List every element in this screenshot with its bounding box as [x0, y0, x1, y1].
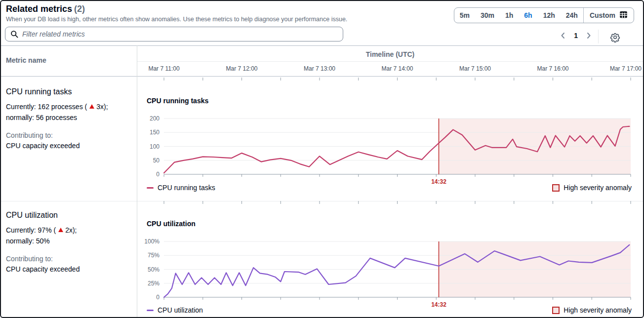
y-axis-label: 75%	[148, 252, 160, 259]
next-page-button[interactable]	[584, 31, 594, 40]
metric-name: CPU utilization	[6, 211, 136, 220]
chart-canvas: 05010015020014:32	[137, 78, 644, 201]
filter-field	[5, 27, 343, 41]
metric-count: (2)	[74, 4, 85, 14]
page-title: Related metrics(2)	[6, 4, 85, 14]
timeline-tick-label: Mar 7 15:00	[459, 65, 491, 72]
timeline-header-border	[137, 61, 644, 62]
timeline-tick-label: Mar 7 13:00	[304, 65, 335, 72]
time-range-option-12h[interactable]: 12h	[538, 8, 561, 23]
table-header-border	[1, 76, 643, 77]
y-axis-label: 25%	[148, 280, 160, 287]
timeline-tick-label: Mar 7 14:00	[381, 65, 413, 72]
y-axis-label: 0	[156, 171, 160, 178]
y-axis-label: 50%	[148, 266, 160, 273]
metric-row-cpu-utilization: CPU utilization Currently: 97% (2x); nor…	[1, 201, 136, 275]
related-metrics-panel: Related metrics(2) When your DB load is …	[0, 0, 644, 318]
page-number-button[interactable]: 1	[573, 31, 579, 40]
anomaly-time-label: 14:32	[431, 301, 446, 308]
anomaly-swatch	[552, 307, 560, 314]
toolbar-divider	[598, 30, 599, 43]
metric-name-column-header: Metric name	[6, 56, 46, 64]
custom-range-button[interactable]: Custom	[584, 8, 634, 23]
chart-title: CPU running tasks	[147, 97, 208, 105]
page-title-text: Related metrics	[6, 4, 72, 14]
time-range-option-6h[interactable]: 6h	[519, 8, 537, 23]
metric-row-cpu-running-tasks: CPU running tasks Currently: 162 process…	[1, 78, 136, 151]
anomaly-legend[interactable]: High severity anomaly	[552, 184, 632, 192]
chart-title: CPU utilization	[147, 220, 196, 228]
current-page: 1	[574, 32, 578, 40]
previous-page-button[interactable]	[558, 31, 568, 40]
contributing-label: Contributing to:	[6, 254, 136, 264]
y-axis-label: 100	[150, 143, 160, 150]
contributing-value: CPU capacity exceeded	[6, 264, 136, 275]
legend-line-swatch	[147, 310, 154, 311]
timeline-column-header: Timeline (UTC)	[137, 50, 643, 58]
legend-label: CPU running tasks	[158, 184, 215, 192]
table-top-border	[1, 45, 643, 46]
chevron-left-icon	[559, 32, 567, 40]
y-axis-label: 150	[150, 129, 160, 136]
timeline-tick-label: Mar 7 17:00	[610, 65, 642, 72]
metric-normal-value: normally: 56 processes	[6, 112, 136, 123]
legend-line-swatch	[147, 187, 154, 189]
time-range-option-5m[interactable]: 5m	[454, 8, 475, 23]
timeline-tick-label: Mar 7 12:00	[226, 65, 257, 72]
metric-current-value: Currently: 162 processes (3x);	[6, 101, 136, 112]
pagination: 1	[558, 31, 594, 40]
metric-normal-value: normally: 50%	[6, 236, 136, 246]
time-range-option-30m[interactable]: 30m	[475, 8, 500, 23]
legend-label: CPU utilization	[158, 306, 203, 314]
chart-canvas: 025%50%75%100%14:32	[137, 201, 644, 318]
metric-name: CPU running tasks	[6, 87, 136, 96]
gear-icon	[610, 32, 620, 42]
calendar-icon	[619, 10, 628, 20]
anomaly-swatch	[552, 184, 560, 192]
anomaly-time-label: 14:32	[431, 178, 446, 185]
page-description: When your DB load is high, other metrics…	[6, 16, 347, 23]
custom-range-label: Custom	[590, 11, 615, 19]
anomaly-legend[interactable]: High severity anomaly	[552, 306, 632, 314]
time-range-option-1h[interactable]: 1h	[500, 8, 519, 23]
contributing-value: CPU capacity exceeded	[6, 141, 136, 151]
search-icon	[10, 30, 18, 38]
settings-button[interactable]	[609, 31, 621, 45]
time-range-group: 5m30m1h6h12h24h Custom	[454, 7, 634, 23]
filter-input[interactable]	[21, 30, 343, 39]
y-axis-label: 100%	[144, 238, 160, 245]
chart-cpu-utilization: 025%50%75%100%14:32CPU utilizationCPU ut…	[137, 201, 644, 318]
increase-triangle-icon	[58, 228, 63, 232]
y-axis-label: 0	[156, 294, 160, 301]
series-legend[interactable]: CPU utilization	[147, 306, 203, 314]
increase-triangle-icon	[89, 104, 94, 109]
y-axis-label: 200	[150, 115, 160, 122]
time-range-option-24h[interactable]: 24h	[561, 8, 583, 23]
chart-cpu-running-tasks: 05010015020014:32CPU running tasksCPU ru…	[137, 78, 644, 201]
anomaly-legend-label: High severity anomaly	[564, 306, 632, 314]
timeline-tick-label: Mar 7 16:00	[537, 65, 568, 72]
series-legend[interactable]: CPU running tasks	[147, 184, 215, 192]
chevron-right-icon	[585, 32, 593, 40]
metric-current-value: Currently: 97% (2x);	[6, 225, 136, 236]
anomaly-legend-label: High severity anomaly	[564, 184, 632, 192]
contributing-label: Contributing to:	[6, 130, 136, 141]
y-axis-label: 50	[153, 157, 160, 164]
timeline-tick-label: Mar 7 11:00	[148, 65, 179, 72]
